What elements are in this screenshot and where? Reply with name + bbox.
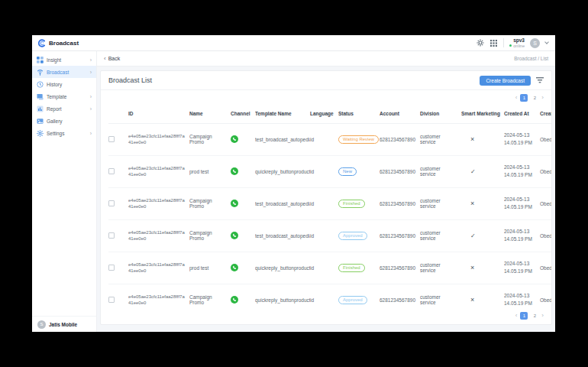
app-title: Broadcast bbox=[49, 40, 79, 47]
cell-division: customer service bbox=[420, 187, 461, 219]
breadcrumb: Broadcast / List bbox=[514, 56, 548, 61]
cell-account: 6281234567890 bbox=[380, 187, 420, 219]
app-body: Insight›Broadcast›HistoryTemplate›Report… bbox=[32, 51, 555, 332]
user-meta: spv3 online bbox=[509, 37, 525, 48]
main-area: ‹ Back Broadcast / List Broadcast List C… bbox=[97, 51, 555, 332]
status-badge: Waiting Review bbox=[338, 135, 379, 144]
user-avatar[interactable]: S bbox=[530, 38, 540, 48]
sidebar-items: Insight›Broadcast›HistoryTemplate›Report… bbox=[32, 51, 96, 316]
row-checkbox[interactable] bbox=[108, 297, 115, 303]
next-page-button[interactable]: › bbox=[541, 313, 544, 319]
whatsapp-icon bbox=[231, 232, 238, 239]
card-header: Broadcast List Create Broadcast bbox=[101, 71, 551, 90]
page-button-2[interactable]: 2 bbox=[531, 312, 538, 320]
sidebar-item-report[interactable]: Report› bbox=[32, 102, 96, 115]
check-icon: ✓ bbox=[461, 232, 476, 239]
check-icon: ✓ bbox=[461, 168, 476, 175]
cell-id: e4e05ae23cfc11efaa28fff7a41ee0e0 bbox=[128, 252, 189, 284]
sidebar-item-settings[interactable]: Settings› bbox=[32, 127, 96, 139]
cell-division: customer service bbox=[420, 219, 461, 252]
cross-icon: × bbox=[461, 135, 474, 143]
cell-created-by: Obed bbox=[540, 155, 551, 187]
gallery-icon bbox=[37, 118, 44, 125]
cell-name: Campaign Promo bbox=[189, 123, 231, 155]
row-checkbox[interactable] bbox=[108, 136, 115, 142]
table-row: e4e05ae23cfc11efaa28fff7a41ee0e0Campaign… bbox=[108, 123, 551, 155]
status-badge: Approved bbox=[338, 296, 367, 304]
cell-id: e4e05ae23cfc11efaa28fff7a41ee0e0 bbox=[128, 187, 189, 219]
history-icon bbox=[37, 81, 44, 88]
cell-language: id bbox=[310, 187, 338, 219]
cell-account: 6281234567890 bbox=[380, 155, 420, 187]
whatsapp-icon bbox=[231, 264, 238, 271]
cell-id: e4e05ae23cfc11efaa28fff7a41ee0e0 bbox=[128, 123, 189, 155]
app-logo-icon bbox=[37, 39, 46, 47]
column-header-name: Name bbox=[189, 104, 231, 123]
row-checkbox[interactable] bbox=[108, 200, 115, 206]
topbar-divider bbox=[503, 38, 504, 47]
create-broadcast-button[interactable]: Create Broadcast bbox=[480, 76, 531, 86]
row-checkbox[interactable] bbox=[108, 265, 115, 271]
page-button-2[interactable]: 2 bbox=[531, 94, 538, 102]
table-row: e4e05ae23cfc11efaa28fff7a41ee0e0prod tes… bbox=[108, 155, 551, 187]
sidebar-item-history[interactable]: History bbox=[32, 78, 96, 90]
cell-account: 6281234567890 bbox=[380, 284, 420, 309]
cell-template-name: quickreply_buttonproduct bbox=[255, 155, 310, 187]
page-title: Broadcast List bbox=[108, 76, 152, 84]
company-name: Jatis Mobile bbox=[49, 322, 77, 327]
sidebar-item-template[interactable]: Template› bbox=[32, 90, 96, 102]
table-container: IDNameChannelTemplate NameLanguageStatus… bbox=[101, 104, 551, 309]
page-button-1[interactable]: 1 bbox=[520, 312, 528, 320]
apps-grid-icon[interactable] bbox=[489, 39, 498, 47]
card-actions: Create Broadcast bbox=[480, 76, 544, 86]
prev-page-button[interactable]: ‹ bbox=[515, 95, 518, 101]
cell-language: id bbox=[310, 284, 338, 309]
row-checkbox[interactable] bbox=[108, 232, 115, 239]
cell-created-by: Obed bbox=[540, 219, 551, 252]
page-button-1[interactable]: 1 bbox=[520, 94, 528, 102]
top-bar: Broadcast bbox=[32, 35, 555, 51]
table-body: e4e05ae23cfc11efaa28fff7a41ee0e0Campaign… bbox=[108, 123, 551, 309]
sidebar-item-broadcast[interactable]: Broadcast› bbox=[32, 66, 96, 78]
column-header-id: ID bbox=[128, 104, 189, 123]
cell-division: customer service bbox=[420, 252, 461, 284]
whatsapp-icon bbox=[231, 167, 238, 175]
cell-template-name: test_broadcast_autopedia bbox=[255, 123, 310, 155]
table-row: e4e05ae23cfc11efaa28fff7a41ee0e0prod tes… bbox=[108, 252, 551, 284]
cross-icon: × bbox=[461, 264, 474, 271]
cell-account: 6281234567890 bbox=[380, 252, 420, 284]
cell-name: Campaign Promo bbox=[189, 187, 231, 219]
cell-created-by: Obed bbox=[540, 284, 551, 309]
back-button[interactable]: ‹ Back bbox=[104, 55, 120, 62]
row-checkbox[interactable] bbox=[108, 168, 115, 174]
prev-page-button[interactable]: ‹ bbox=[515, 313, 518, 319]
cell-account: 6281234567890 bbox=[380, 123, 420, 155]
sidebar-item-insight[interactable]: Insight› bbox=[32, 54, 96, 66]
cell-name: Campaign Promo bbox=[189, 284, 231, 309]
chevron-right-icon: › bbox=[90, 131, 92, 136]
next-page-button[interactable]: › bbox=[541, 95, 544, 101]
broadcast-table: IDNameChannelTemplate NameLanguageStatus… bbox=[108, 104, 551, 309]
whatsapp-icon bbox=[231, 135, 238, 143]
cell-division: customer service bbox=[420, 155, 461, 187]
settings-gear-icon[interactable] bbox=[476, 39, 484, 47]
sidebar-item-label: Insight bbox=[47, 57, 61, 63]
sidebar-item-gallery[interactable]: Gallery bbox=[32, 115, 96, 127]
column-header-template-name: Template Name bbox=[255, 104, 310, 123]
column-header-channel: Channel bbox=[231, 104, 255, 123]
column-header-status: Status bbox=[338, 104, 380, 123]
sidebar-item-label: Settings bbox=[47, 131, 65, 136]
cell-template-name: quickreply_buttonproduct bbox=[255, 252, 310, 284]
cell-division: customer service bbox=[420, 123, 461, 155]
column-header-division: Division bbox=[420, 104, 461, 123]
cell-created-by: Obed bbox=[540, 252, 551, 284]
user-menu-chevron-icon[interactable] bbox=[544, 40, 549, 44]
online-dot-icon bbox=[509, 44, 512, 47]
cell-created-at: 2024-05-1314.05.19 PM bbox=[504, 219, 540, 252]
insight-icon bbox=[37, 57, 44, 63]
topbar-right: spv3 online S bbox=[476, 37, 555, 48]
cell-template-name: test_broadcast_autopedia bbox=[255, 219, 310, 252]
pagination-bottom: ‹12› bbox=[101, 309, 551, 324]
table-row: e4e05ae23cfc11efaa28fff7a41ee0e0Campaign… bbox=[108, 187, 551, 219]
filter-icon[interactable] bbox=[536, 77, 544, 83]
